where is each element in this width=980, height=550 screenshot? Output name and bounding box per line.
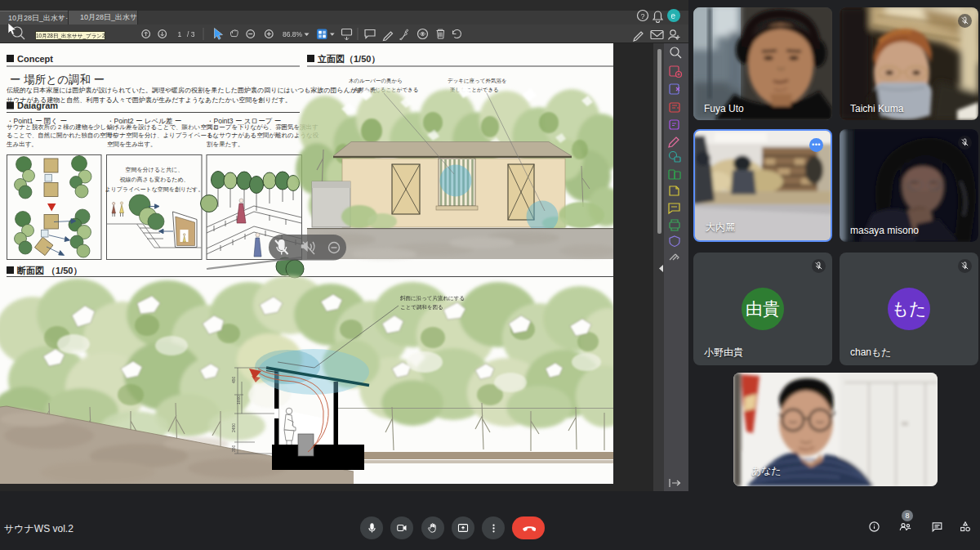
svg-text:1: 1 xyxy=(178,30,182,38)
svg-text:/ 3: / 3 xyxy=(187,30,195,38)
svg-text:e: e xyxy=(671,11,676,20)
svg-text:86.8%: 86.8% xyxy=(283,30,303,38)
svg-text:?: ? xyxy=(641,12,645,20)
